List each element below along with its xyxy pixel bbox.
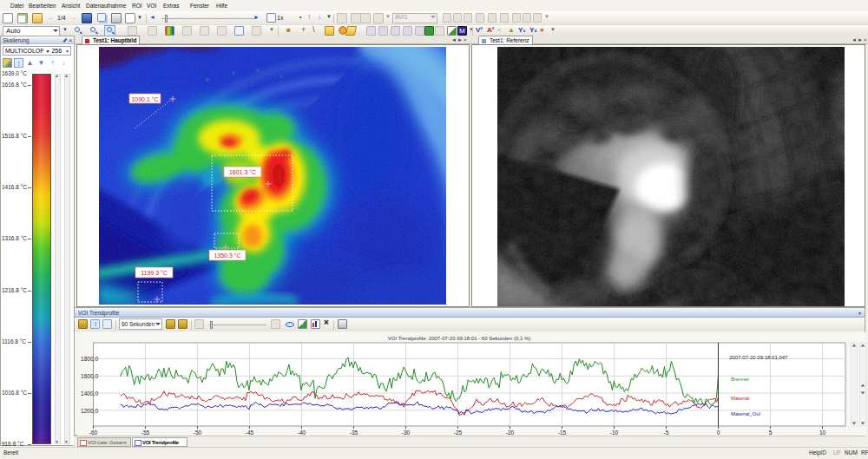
svg-text:1350.3 °C: 1350.3 °C — [214, 252, 240, 259]
svg-text:-20: -20 — [506, 429, 515, 436]
svg-text:Brenner: Brenner — [731, 377, 749, 382]
svg-text:2007-07-20 09:18:01,047: 2007-07-20 09:18:01,047 — [729, 355, 788, 360]
svg-text:-45: -45 — [246, 429, 254, 436]
svg-text:-25: -25 — [454, 429, 463, 436]
svg-text:-50: -50 — [194, 429, 202, 436]
svg-text:-30: -30 — [402, 429, 411, 436]
svg-text:-55: -55 — [141, 429, 150, 436]
svg-text:-40: -40 — [298, 429, 306, 436]
svg-text:0: 0 — [717, 429, 720, 436]
svg-text:1400,0: 1400,0 — [81, 390, 98, 397]
svg-text:1800,0: 1800,0 — [81, 356, 98, 362]
svg-text:Material_Oul: Material_Oul — [731, 411, 760, 416]
svg-text:-35: -35 — [350, 429, 358, 436]
svg-text:-10: -10 — [610, 429, 619, 436]
svg-text:-60: -60 — [89, 429, 98, 436]
svg-text:5: 5 — [769, 429, 773, 436]
svg-text:VOI Trendprofile: 2007-07-20 0: VOI Trendprofile: 2007-07-20 09:18:01 - … — [388, 336, 530, 341]
svg-text:1199.3 °C: 1199.3 °C — [141, 270, 168, 276]
svg-text:1601.3 °C: 1601.3 °C — [229, 169, 256, 175]
svg-text:-5: -5 — [664, 429, 669, 436]
svg-text:1600,0: 1600,0 — [81, 373, 98, 379]
svg-text:10: 10 — [819, 429, 826, 436]
svg-text:Material: Material — [731, 396, 749, 401]
svg-text:1200,0: 1200,0 — [81, 408, 98, 414]
svg-text:-15: -15 — [558, 429, 567, 436]
svg-text:1090.1 °C: 1090.1 °C — [131, 96, 158, 102]
